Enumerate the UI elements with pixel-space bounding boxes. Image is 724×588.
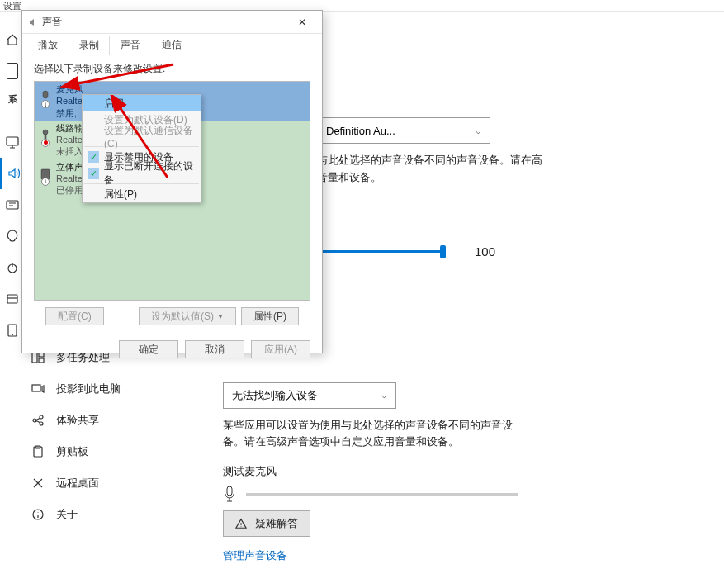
- config-button[interactable]: 配置(C): [45, 307, 104, 325]
- output-device-dropdown[interactable]: Definition Au...⌵: [317, 117, 490, 144]
- set-default-button[interactable]: 设为默认值(S)▼: [139, 307, 236, 325]
- check-icon: ✓: [88, 168, 99, 179]
- nav-remote[interactable]: 远程桌面: [25, 467, 206, 499]
- troubleshoot-button[interactable]: 疑难解答: [223, 510, 310, 537]
- nav-project[interactable]: 投影到此电脑: [25, 373, 206, 405]
- ctx-enable[interactable]: 启用: [83, 95, 201, 111]
- ctx-show-disconnected[interactable]: ✓显示已断开连接的设备: [83, 165, 201, 182]
- svg-point-12: [40, 422, 43, 425]
- svg-rect-3: [7, 295, 17, 303]
- tab-strip: 播放 录制 声音 通信: [22, 34, 322, 55]
- volume-value: 100: [475, 244, 495, 258]
- apply-button[interactable]: 应用(A): [251, 340, 310, 358]
- nav-about[interactable]: 关于: [25, 499, 206, 530]
- svg-rect-16: [227, 486, 232, 496]
- chevron-down-icon: ⌵: [381, 390, 387, 401]
- svg-point-10: [33, 419, 36, 422]
- output-desc: 与此处选择的声音设备不同的声音设备。请在高音量和设备。: [317, 152, 614, 187]
- arrow-down-badge: ↓: [41, 100, 50, 108]
- microphone-icon: [223, 486, 236, 502]
- warning-icon: [235, 518, 247, 529]
- svg-point-5: [12, 334, 13, 335]
- cancel-button[interactable]: 取消: [185, 340, 244, 358]
- unplugged-badge: [41, 139, 50, 147]
- manage-sound-link[interactable]: 管理声音设备: [223, 548, 287, 563]
- mic-level-bar: [246, 493, 518, 496]
- svg-rect-0: [7, 137, 18, 145]
- dialog-titlebar[interactable]: 声音 ✕: [22, 11, 322, 34]
- tab-recording[interactable]: 录制: [69, 36, 110, 55]
- tab-communications[interactable]: 通信: [151, 35, 192, 55]
- ctx-set-comm[interactable]: 设置为默认通信设备(C): [83, 128, 201, 145]
- svg-rect-9: [32, 385, 40, 391]
- check-icon: ✓: [88, 151, 99, 163]
- tab-sounds[interactable]: 声音: [110, 35, 151, 55]
- properties-button[interactable]: 属性(P): [241, 307, 299, 325]
- input-device-dropdown[interactable]: 无法找到输入设备⌵: [223, 382, 396, 409]
- mic-test-label: 测试麦克风: [223, 464, 724, 479]
- input-desc: 某些应用可以设置为使用与此处选择的声音设备不同的声音设备。请在高级声音选项中自定…: [223, 417, 520, 452]
- nav-shared[interactable]: 体验共享: [25, 405, 206, 436]
- dialog-hint: 选择以下录制设备来修改设置:: [34, 62, 310, 76]
- tab-playback[interactable]: 播放: [27, 35, 69, 55]
- context-menu: 启用 设置为默认设备(D) 设置为默认通信设备(C) ✓显示禁用的设备 ✓显示已…: [82, 94, 201, 203]
- app-title: 设置: [3, 1, 21, 11]
- speaker-icon: [29, 17, 39, 27]
- svg-rect-20: [43, 91, 48, 98]
- ctx-properties[interactable]: 属性(P): [83, 186, 201, 202]
- svg-rect-1: [7, 201, 18, 209]
- svg-point-21: [43, 130, 48, 135]
- chevron-down-icon: ▼: [217, 313, 224, 320]
- arrow-down-badge: ↓: [41, 178, 50, 186]
- ok-button[interactable]: 确定: [119, 340, 178, 358]
- close-button[interactable]: ✕: [289, 17, 315, 28]
- svg-point-11: [40, 415, 43, 419]
- nav-clipboard[interactable]: 剪贴板: [25, 436, 206, 467]
- chevron-down-icon: ⌵: [476, 126, 481, 136]
